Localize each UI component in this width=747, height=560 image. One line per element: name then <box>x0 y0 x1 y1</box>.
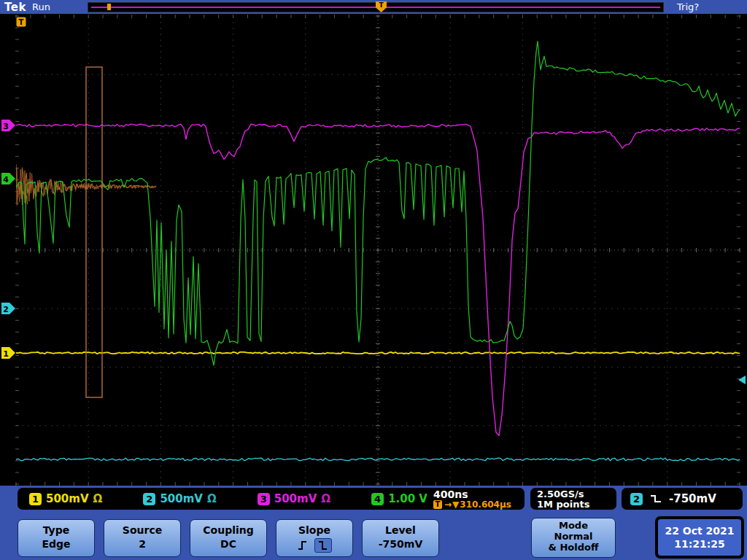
ch1-ground-label: 1 <box>3 349 9 359</box>
ch3-impedance: Ω <box>321 492 330 505</box>
datetime-display: 22 Oct 2021 11:21:25 <box>655 516 744 559</box>
ch3-ground-label: 3 <box>3 122 9 131</box>
trigger-t-icon: T <box>433 500 442 509</box>
trace-burst <box>16 168 156 205</box>
ch1-badge: 1 <box>29 493 42 505</box>
menu-level-value: -750mV <box>363 538 438 550</box>
trace-ch1 <box>16 352 740 354</box>
trigger-position-value: 310.604µs <box>460 500 511 509</box>
timebase-scale: 400ns <box>433 489 518 500</box>
ch1-ground-marker[interactable] <box>1 347 15 359</box>
ch4-scale: 1.00 V <box>388 492 427 505</box>
ch4-ground-label: 4 <box>3 175 9 184</box>
rising-edge-icon[interactable] <box>297 540 309 551</box>
menu-mode-title: Mode <box>532 520 615 531</box>
datetime-inner: 22 Oct 2021 11:21:25 <box>658 519 741 556</box>
trigger-level-marker[interactable] <box>738 376 746 384</box>
ch2-impedance: Ω <box>207 492 217 505</box>
menu-type-title: Type <box>18 524 94 536</box>
record-start-marker <box>107 4 111 10</box>
trigger-time-label: T <box>19 18 24 26</box>
ch2-ground-marker[interactable] <box>1 303 15 314</box>
acquisition-status: Run <box>32 1 50 12</box>
oscilloscope-screen: 3421T Tek Run T Trig? 1 500mV Ω 2 500mV … <box>0 0 747 560</box>
ch1-scale: 500mV <box>46 492 89 505</box>
ch2-readout: 2 500mV Ω <box>143 492 216 505</box>
top-status-bar: Tek Run T Trig? <box>0 0 747 14</box>
search-zone-box <box>86 67 102 397</box>
menu-slope-button[interactable]: Slope <box>276 519 353 557</box>
trigger-position-marker: T <box>376 1 387 12</box>
ch3-scale: 500mV <box>274 492 317 505</box>
channel-readouts: 1 500mV Ω 2 500mV Ω 3 500mV Ω 4 1.00 V <box>18 488 444 510</box>
trigger-time-indicator <box>17 18 26 27</box>
trigger-source-badge: 2 <box>630 493 643 505</box>
sample-rate: 2.50GS/s <box>537 489 610 499</box>
horizontal-readout: 400ns T → ▼ 310.604µs <box>427 488 525 510</box>
menu-coupling-title: Coupling <box>190 524 266 536</box>
menu-mode-value: Normal <box>532 531 615 542</box>
record-view-bar: T <box>88 2 664 12</box>
time-value: 11:21:25 <box>674 538 725 550</box>
trigger-level-value: -750mV <box>669 492 716 505</box>
falling-edge-selected[interactable] <box>314 538 332 553</box>
date-value: 22 Oct 2021 <box>665 525 734 537</box>
trigger-arrow-glyph: → <box>444 500 452 509</box>
ch3-readout: 3 500mV Ω <box>258 492 330 505</box>
ch1-readout: 1 500mV Ω <box>29 492 102 505</box>
trace-ch2 <box>16 458 740 461</box>
ch4-badge: 4 <box>371 493 384 505</box>
acquisition-readout: 2.50GS/s 1M points <box>530 488 616 510</box>
menu-type-button[interactable]: Type Edge <box>18 519 95 557</box>
menu-source-button[interactable]: Source 2 <box>104 519 181 557</box>
bottom-readout-bar: 1 500mV Ω 2 500mV Ω 3 500mV Ω 4 1.00 V 4… <box>0 486 747 560</box>
menu-source-title: Source <box>104 524 180 536</box>
menu-coupling-button[interactable]: Coupling DC <box>190 519 267 557</box>
ch3-ground-marker[interactable] <box>1 120 15 131</box>
menu-mode-value2: & Holdoff <box>532 542 615 553</box>
trace-ch3 <box>16 124 740 435</box>
waveform-display: 3421T <box>0 0 747 560</box>
menu-level-button[interactable]: Level -750mV <box>362 519 439 557</box>
ch3-badge: 3 <box>258 493 270 505</box>
trigger-status: Trig? <box>677 1 699 12</box>
menu-source-value: 2 <box>104 538 180 550</box>
falling-edge-icon <box>317 540 329 551</box>
menu-coupling-value: DC <box>190 538 266 550</box>
menu-type-value: Edge <box>18 538 94 550</box>
trace-burst <box>16 164 156 206</box>
menu-mode-button[interactable]: Mode Normal & Holdoff <box>531 518 616 558</box>
menu-level-title: Level <box>363 524 438 536</box>
ch4-ground-marker[interactable] <box>1 173 15 184</box>
trigger-position-readout: T → ▼ 310.604µs <box>433 500 518 509</box>
slope-options <box>276 538 352 553</box>
ch2-badge: 2 <box>143 493 155 505</box>
record-length: 1M points <box>537 499 610 510</box>
menu-slope-title: Slope <box>276 524 352 536</box>
trigger-readout: 2 -750mV <box>622 488 743 510</box>
ch2-ground-label: 2 <box>3 305 9 314</box>
ch4-readout: 4 1.00 V <box>371 492 432 505</box>
ch1-impedance: Ω <box>93 492 103 505</box>
trigger-marker-glyph: ▼ <box>452 500 459 509</box>
ch2-scale: 500mV <box>160 492 203 505</box>
trace-ch4 <box>16 42 740 366</box>
tek-logo: Tek <box>4 1 26 14</box>
falling-edge-icon <box>649 493 662 505</box>
